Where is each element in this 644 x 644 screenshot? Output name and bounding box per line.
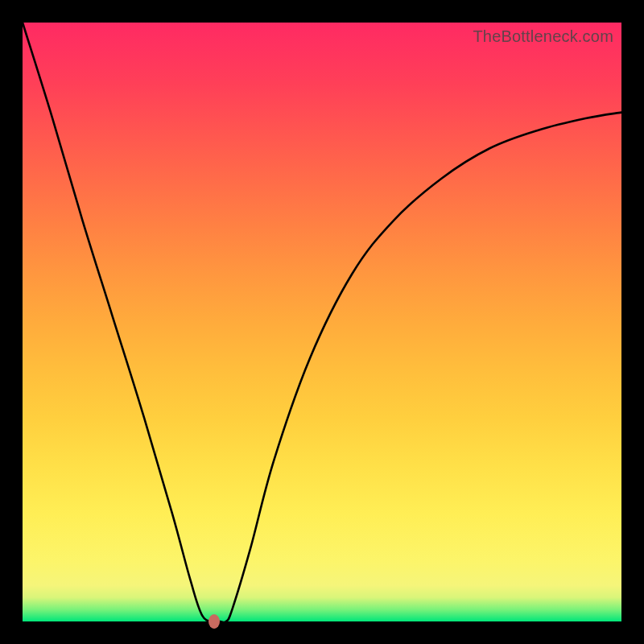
minimum-marker — [208, 614, 220, 629]
bottleneck-curve — [23, 23, 621, 622]
chart-plot-area: TheBottleneck.com — [23, 23, 621, 621]
bottleneck-curve-svg — [23, 23, 621, 621]
